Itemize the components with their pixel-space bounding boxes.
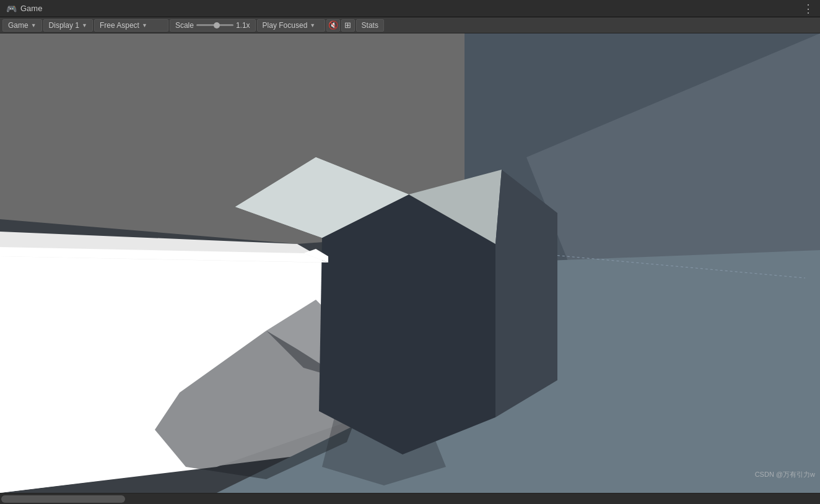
grid-icon: ⊞ [344, 20, 351, 30]
scale-slider-thumb[interactable] [214, 22, 220, 28]
grid-button[interactable]: ⊞ [341, 19, 355, 32]
scale-value: 1.1x [236, 21, 250, 30]
scrollbar-thumb[interactable] [1, 495, 125, 503]
game-viewport: CSDN @万有引力w [0, 33, 820, 493]
scale-text: Scale [175, 21, 194, 30]
display-dropdown-button[interactable]: Display 1 ▼ [43, 19, 93, 32]
window-title: Game [20, 4, 42, 13]
stats-button[interactable]: Stats [356, 19, 384, 32]
play-focused-dropdown-arrow: ▼ [310, 22, 315, 28]
display-label: Display 1 [49, 21, 79, 30]
game-dropdown-arrow: ▼ [31, 22, 37, 28]
play-focused-label: Play Focused [263, 21, 308, 30]
aspect-dropdown-button[interactable]: Free Aspect ▼ [94, 19, 168, 32]
more-options-icon[interactable]: ⋮ [803, 2, 814, 15]
stats-label: Stats [362, 21, 378, 30]
title-bar-left: 🎮 Game [6, 4, 42, 14]
svg-marker-12 [319, 194, 495, 454]
toolbar: Game ▼ Display 1 ▼ Free Aspect ▼ Scale 1… [0, 17, 820, 33]
scene-svg [0, 33, 820, 493]
mute-button[interactable]: 🔇 [326, 19, 340, 32]
play-focused-dropdown-button[interactable]: Play Focused ▼ [257, 19, 325, 32]
scale-slider[interactable] [196, 24, 233, 26]
scrollbar-track [0, 493, 820, 504]
mute-icon: 🔇 [328, 20, 338, 30]
svg-marker-15 [495, 170, 557, 417]
title-bar: 🎮 Game ⋮ [0, 0, 820, 17]
scale-control[interactable]: Scale 1.1x [170, 19, 256, 32]
game-icon: 🎮 [6, 4, 17, 14]
game-label: Game [8, 21, 28, 30]
aspect-dropdown-arrow: ▼ [142, 22, 147, 28]
game-dropdown-button[interactable]: Game ▼ [2, 19, 42, 32]
display-dropdown-arrow: ▼ [82, 22, 87, 28]
aspect-label: Free Aspect [100, 21, 139, 30]
